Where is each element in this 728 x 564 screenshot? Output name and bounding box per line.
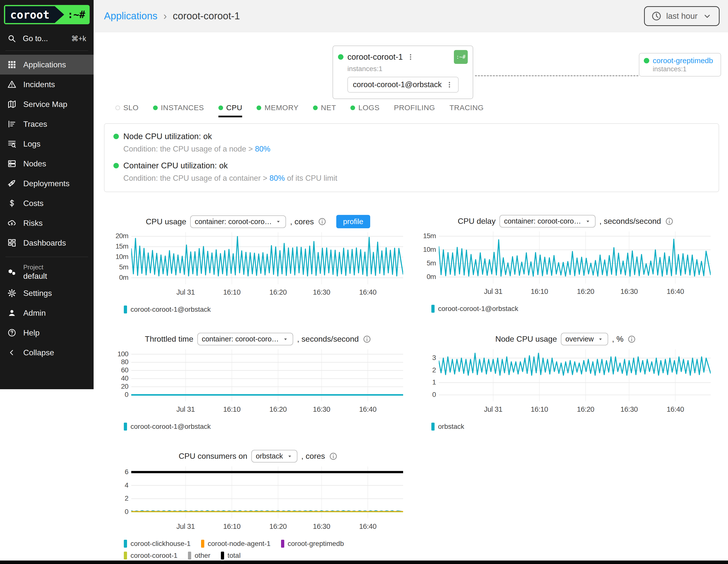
tab-instances[interactable]: INSTANCES xyxy=(153,103,204,117)
info-icon[interactable] xyxy=(318,217,326,226)
x-axis-tick: 16:30 xyxy=(313,522,330,531)
goto-shortcut: ⌘+k xyxy=(71,34,86,43)
info-icon[interactable] xyxy=(363,335,371,343)
goto-search[interactable]: Go to... ⌘+k xyxy=(0,31,94,47)
node-selector[interactable]: orbstack xyxy=(251,450,297,462)
chart-unit: , seconds/second xyxy=(297,334,359,344)
container-selector[interactable]: container: coroot-coro… xyxy=(499,215,595,228)
legend-swatch xyxy=(188,552,191,560)
breadcrumb-applications-link[interactable]: Applications xyxy=(104,10,157,22)
sidebar-item-help[interactable]: Help xyxy=(0,323,94,343)
legend-coroot-node-agent-1[interactable]: coroot-node-agent-1 xyxy=(201,540,271,548)
instance-link[interactable]: coroot-coroot-1@orbstack xyxy=(347,77,459,93)
x-axis-tick: Jul 31 xyxy=(176,522,195,531)
sidebar-item-label: Logs xyxy=(23,139,40,149)
instances-count: instances:1 xyxy=(347,65,468,73)
tab-slo[interactable]: SLO xyxy=(115,103,139,117)
chart-canvas xyxy=(439,231,711,283)
legend-label: coroot-coroot-1@orbstack xyxy=(130,423,211,431)
y-axis-tick: 0 xyxy=(432,391,436,399)
x-axis-tick: 16:10 xyxy=(223,288,240,296)
linked-app-name[interactable]: coroot-greptimedb xyxy=(653,56,713,65)
tab-cpu[interactable]: CPU xyxy=(218,103,242,117)
legend-other[interactable]: other xyxy=(188,552,210,560)
legend-coroot-greptimedb[interactable]: coroot-greptimedb xyxy=(281,540,344,548)
throttled-time-plot[interactable] xyxy=(131,349,403,401)
x-axis-tick: 16:40 xyxy=(667,287,684,296)
legend-coroot-coroot-1-orbstack[interactable]: coroot-coroot-1@orbstack xyxy=(124,306,211,313)
chart-unit: , cores xyxy=(290,217,314,226)
coroot-logo-text: coroot xyxy=(5,6,64,23)
x-axis-tick: 16:40 xyxy=(667,405,684,413)
search-icon xyxy=(7,34,16,43)
chart-node-cpu-usage: Node CPU usage overview , % 0123Jul 3116… xyxy=(420,333,711,431)
sidebar-item-label: Dashboards xyxy=(23,238,66,248)
time-range-value: last hour xyxy=(666,11,698,21)
kebab-menu-icon[interactable] xyxy=(446,81,453,88)
tab-memory[interactable]: MEMORY xyxy=(257,103,298,117)
y-axis-tick: 4 xyxy=(125,481,128,489)
info-icon[interactable] xyxy=(665,217,674,226)
legend-coroot-coroot-1-orbstack[interactable]: coroot-coroot-1@orbstack xyxy=(431,305,518,313)
sidebar-item-logs[interactable]: Logs xyxy=(0,134,94,154)
tab-net[interactable]: NET xyxy=(313,103,336,117)
warning-icon xyxy=(7,80,16,89)
tab-label: CPU xyxy=(226,103,242,112)
tab-label: MEMORY xyxy=(264,103,298,112)
tab-profiling[interactable]: PROFILING xyxy=(394,103,435,117)
kebab-menu-icon[interactable] xyxy=(407,53,414,61)
threshold-link[interactable]: 80% xyxy=(269,174,285,182)
chart-title: Throttled time xyxy=(145,334,193,344)
view-selector[interactable]: overview xyxy=(561,333,608,345)
legend-total[interactable]: total xyxy=(221,552,241,560)
x-axis-tick: Jul 31 xyxy=(484,405,502,413)
check-node-cpu-condition: Condition: the CPU usage of a node > 80% xyxy=(123,145,710,154)
sidebar-item-incidents[interactable]: Incidents xyxy=(0,75,94,94)
cpu-delay-plot[interactable] xyxy=(439,231,711,283)
info-icon[interactable] xyxy=(329,452,338,461)
dashboards-icon xyxy=(7,238,16,247)
threshold-link[interactable]: 80% xyxy=(255,145,270,153)
sidebar-item-service-map[interactable]: Service Map xyxy=(0,94,94,114)
legend-label: coroot-clickhouse-1 xyxy=(130,540,191,548)
legend-coroot-coroot-1-orbstack[interactable]: coroot-coroot-1@orbstack xyxy=(124,423,211,431)
tab-logs[interactable]: LOGS xyxy=(350,103,379,117)
cpu-usage-plot[interactable] xyxy=(131,232,403,284)
sidebar-item-project[interactable]: Project default xyxy=(0,261,94,283)
legend-coroot-coroot-1[interactable]: coroot-coroot-1 xyxy=(124,552,178,560)
x-axis-tick: 16:30 xyxy=(313,405,330,413)
breadcrumb-separator: › xyxy=(163,10,167,22)
sidebar-item-admin[interactable]: Admin xyxy=(0,303,94,323)
sidebar-item-collapse[interactable]: Collapse xyxy=(0,343,94,362)
node-cpu-usage-plot[interactable] xyxy=(439,349,711,401)
sidebar-item-applications[interactable]: Applications xyxy=(0,55,94,75)
chart-canvas xyxy=(439,349,711,401)
sidebar-item-nodes[interactable]: Nodes xyxy=(0,154,94,174)
coroot-logo-suffix: :~# xyxy=(64,6,88,23)
sidebar-item-settings[interactable]: Settings xyxy=(0,283,94,303)
cpu-consumers-plot[interactable] xyxy=(131,466,403,518)
app-card-coroot-greptimedb[interactable]: coroot-greptimedb instances:1 xyxy=(639,53,721,77)
time-range-picker[interactable]: last hour xyxy=(644,6,720,26)
sidebar-item-traces[interactable]: Traces xyxy=(0,114,94,134)
container-selector[interactable]: container: coroot-coro… xyxy=(197,333,293,345)
tab-tracing[interactable]: TRACING xyxy=(449,103,484,117)
x-axis-tick: 16:20 xyxy=(269,522,287,531)
sidebar-item-label: Admin xyxy=(23,308,46,318)
tab-status-dot xyxy=(153,105,158,110)
caret-down-icon xyxy=(275,218,282,225)
project-icon xyxy=(7,268,16,277)
sidebar-item-costs[interactable]: Costs xyxy=(0,193,94,213)
sidebar-item-risks[interactable]: Risks xyxy=(0,213,94,233)
sidebar-item-deployments[interactable]: Deployments xyxy=(0,174,94,193)
info-icon[interactable] xyxy=(627,335,636,343)
goto-label: Go to... xyxy=(23,34,48,43)
x-axis-tick: 16:40 xyxy=(359,405,376,413)
legend-coroot-clickhouse-1[interactable]: coroot-clickhouse-1 xyxy=(124,540,191,548)
profile-button[interactable]: profile xyxy=(336,215,370,228)
container-selector[interactable]: container: coroot-coro… xyxy=(190,215,286,228)
chart-title: Node CPU usage xyxy=(495,334,557,344)
coroot-logo[interactable]: coroot :~# xyxy=(4,5,90,24)
sidebar-item-dashboards[interactable]: Dashboards xyxy=(0,233,94,253)
map-icon xyxy=(7,100,16,109)
